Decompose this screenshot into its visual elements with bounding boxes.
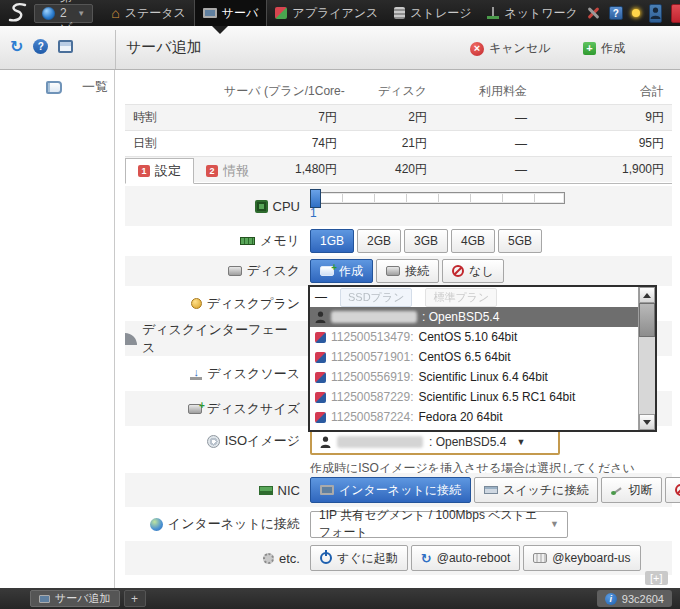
memory-option-4gb[interactable]: 4GB	[451, 229, 495, 253]
iso-selected-value: : OpenBSD5.4	[429, 435, 506, 449]
cpu-slider-handle[interactable]	[310, 189, 321, 208]
arrow-up-icon	[643, 293, 651, 298]
sakura-archive-icon	[315, 332, 326, 343]
scrollbar-thumb[interactable]	[639, 303, 655, 337]
cell-total: 95円	[535, 131, 672, 157]
sakura-cloud-logo[interactable]	[0, 0, 34, 26]
storage-icon	[394, 7, 405, 19]
tab-settings[interactable]: 1 設定	[125, 158, 194, 184]
ghost-standard-plan-button: 標準プラン	[425, 288, 497, 307]
account-button[interactable]: アカウント	[671, 4, 680, 23]
network-icon	[487, 7, 499, 19]
memory-option-3gb[interactable]: 3GB	[404, 229, 448, 253]
memory-label: メモリ	[260, 232, 300, 250]
menu-network-label: ネットワーク	[504, 5, 577, 22]
menu-appliance-label: アプライアンス	[292, 5, 378, 22]
notification-dot-icon	[632, 9, 640, 17]
dropdown-item-centos510[interactable]: 112500513479: CentOS 5.10 64bit	[310, 327, 638, 347]
refresh-icon[interactable]: ↻	[10, 40, 23, 54]
sidebar-item-label: 一覧	[82, 78, 108, 96]
etc-option-auto-reboot[interactable]: ↻@auto-reboot	[411, 545, 520, 571]
etc-option-keyboard-us[interactable]: @keyboard-us	[523, 545, 640, 571]
chevron-down-icon: ▼	[516, 437, 525, 447]
internet-segment-select[interactable]: 1IP 共有セグメント / 100Mbps ベストエフォート ▼	[310, 511, 568, 538]
cpu-icon	[255, 200, 268, 213]
cancel-icon: ×	[470, 42, 484, 56]
appliance-icon	[275, 7, 287, 19]
zone-selector[interactable]: 石狩第2ゾーン ▼	[34, 4, 93, 23]
scroll-down-button[interactable]	[639, 414, 655, 430]
reboot-icon: ↻	[421, 553, 432, 564]
menu-server[interactable]: サーバ	[194, 0, 268, 26]
version-chip: i 93c2604	[597, 590, 672, 607]
server-icon	[203, 8, 217, 18]
dropdown-item-centos65[interactable]: 112500571901: CentOS 6.5 64bit	[310, 347, 638, 367]
cell-server: 7円	[220, 105, 345, 131]
chevron-down-icon: ▼	[77, 9, 85, 18]
ghost-ssd-plan-button: SSDプラン	[340, 288, 412, 307]
nic-label: NIC	[278, 483, 300, 498]
bottom-tab-server-add[interactable]: サーバ追加	[30, 590, 120, 607]
menu-status-label: ステータス	[125, 5, 186, 22]
internet-connect-icon	[320, 485, 334, 495]
sakura-archive-icon	[315, 352, 326, 363]
create-button[interactable]: + 作成	[583, 40, 625, 57]
logo-icon	[4, 2, 30, 24]
menu-appliance[interactable]: アプライアンス	[267, 0, 386, 26]
cancel-button[interactable]: × キャンセル	[470, 40, 550, 57]
tools-icon[interactable]	[586, 6, 600, 20]
disk-interface-icon	[125, 333, 137, 345]
iso-select[interactable]: : OpenBSD5.4 ▼	[310, 428, 560, 455]
dropdown-item-freebsd[interactable]: 112500518486: FreeBSD 9.1-RELEASE 64bit	[310, 427, 638, 430]
etc-option-boot-now[interactable]: すぐに起動	[310, 545, 408, 571]
cancel-label: キャンセル	[489, 40, 550, 57]
tab-info[interactable]: 2 情報	[194, 158, 261, 184]
arrow-down-icon	[643, 420, 651, 425]
nic-option-switch[interactable]: スイッチに接続	[474, 477, 598, 503]
memory-option-2gb[interactable]: 2GB	[357, 229, 401, 253]
help-icon[interactable]: ?	[33, 39, 48, 54]
dropdown-item-openbsd[interactable]: : OpenBSD5.4	[310, 307, 638, 327]
cpu-slider[interactable]	[310, 192, 565, 204]
expand-badge[interactable]: [+]	[645, 571, 668, 585]
menu-status[interactable]: ⌂ ステータス	[103, 0, 194, 26]
tab-bar: 1 設定 2 情報	[125, 158, 672, 184]
internet-icon	[150, 518, 163, 531]
active-menu-pointer	[212, 26, 228, 34]
col-fee: 利用料金	[435, 80, 535, 105]
menu-storage[interactable]: ストレージ	[386, 0, 479, 26]
internet-label: インターネットに接続	[168, 515, 300, 533]
iso-label: ISOイメージ	[225, 432, 300, 450]
form-row-internet: インターネットに接続 1IP 共有セグメント / 100Mbps ベストエフォー…	[125, 507, 672, 541]
new-tab-button[interactable]: +	[124, 590, 146, 607]
plus-icon: +	[583, 42, 596, 55]
dropdown-scrollbar[interactable]	[638, 287, 655, 430]
nic-option-internet[interactable]: インターネットに接続	[310, 477, 471, 503]
chevron-down-icon: ▼	[550, 519, 559, 529]
dropdown-item-fedora20[interactable]: 112500587224: Fedora 20 64bit	[310, 407, 638, 427]
redacted-id	[337, 436, 423, 448]
disk-label: ディスク	[247, 262, 300, 280]
sakura-archive-icon	[315, 392, 326, 403]
dropdown-item-scientific64[interactable]: 112500556919: Scientific Linux 6.4 64bit	[310, 367, 638, 387]
nic-option-disconnect[interactable]: 切断	[601, 477, 662, 503]
layout-panel-icon[interactable]	[58, 40, 73, 53]
memory-option-1gb[interactable]: 1GB	[310, 229, 354, 253]
disk-option-connect[interactable]: 接続	[376, 259, 439, 283]
dropdown-item-scientific65[interactable]: 112500587229: Scientific Linux 6.5 RC1 6…	[310, 387, 638, 407]
scroll-up-button[interactable]	[639, 287, 655, 303]
menu-network[interactable]: ネットワーク	[479, 0, 585, 26]
sidebar-item-list[interactable]: 一覧	[0, 70, 114, 104]
help-tile-icon[interactable]: ?	[609, 6, 623, 20]
form-row-disk: ディスク +作成 接続 なし	[125, 256, 672, 286]
person-icon	[650, 7, 661, 19]
user-avatar[interactable]	[649, 4, 662, 23]
disk-option-create[interactable]: +作成	[310, 259, 373, 283]
disk-create-icon: +	[320, 266, 334, 276]
memory-option-5gb[interactable]: 5GB	[498, 229, 542, 253]
nic-option-none[interactable]: なし	[665, 477, 680, 503]
tab-settings-label: 設定	[155, 162, 181, 180]
dropdown-item-none[interactable]: — SSDプラン 標準プラン	[310, 287, 638, 307]
form-row-nic: NIC インターネットに接続 スイッチに接続 切断 なし	[125, 473, 672, 507]
disk-option-none[interactable]: なし	[442, 259, 504, 283]
